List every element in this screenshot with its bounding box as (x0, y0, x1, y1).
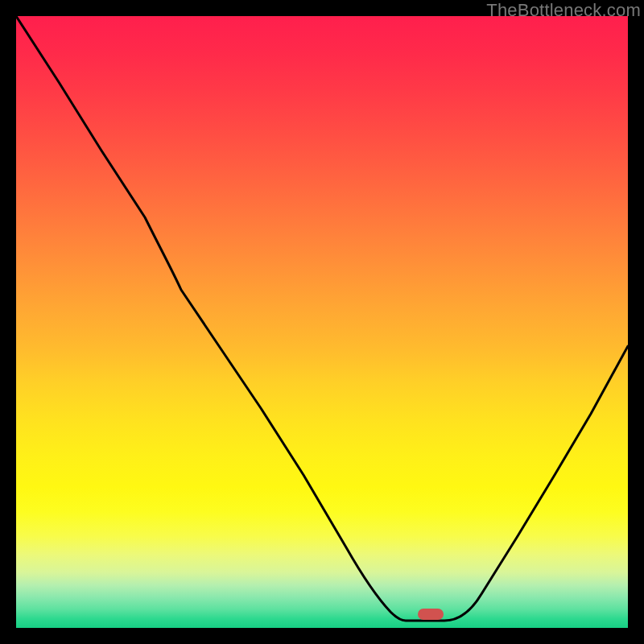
watermark-text: TheBottleneck.com (486, 0, 641, 21)
chart-frame (16, 16, 628, 628)
bottleneck-curve (16, 16, 628, 628)
curve-path (16, 16, 628, 621)
optimum-marker (418, 609, 444, 620)
